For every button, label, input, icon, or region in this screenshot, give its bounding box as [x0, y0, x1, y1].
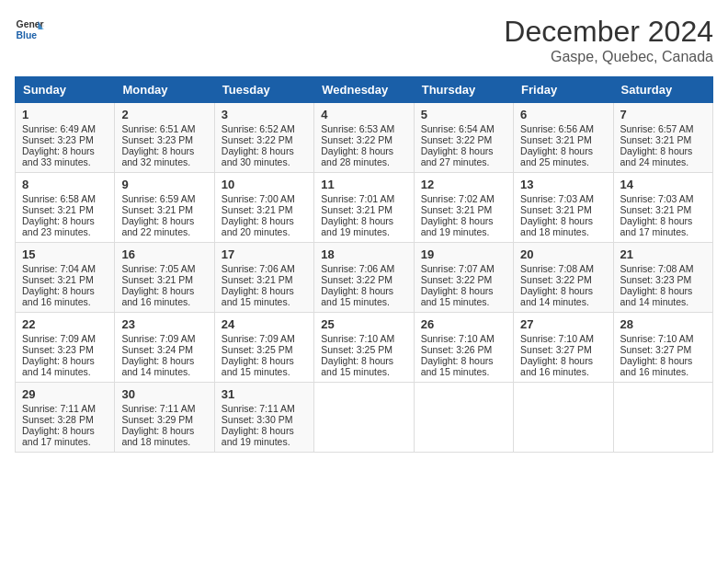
col-saturday: Saturday [613, 77, 712, 103]
calendar-subtitle: Gaspe, Quebec, Canada [504, 49, 713, 65]
day-cell-empty-4-3 [314, 383, 414, 453]
day-cell-2: 2Sunrise: 6:51 AMSunset: 3:23 PMDaylight… [115, 103, 214, 173]
day-cell-4: 4Sunrise: 6:53 AMSunset: 3:22 PMDaylight… [314, 103, 414, 173]
day-cell-28: 28Sunrise: 7:10 AMSunset: 3:27 PMDayligh… [613, 313, 712, 383]
week-row-1: 1Sunrise: 6:49 AMSunset: 3:23 PMDaylight… [16, 103, 713, 173]
header: General Blue December 2024 Gaspe, Quebec… [15, 15, 713, 65]
day-cell-14: 14Sunrise: 7:03 AMSunset: 3:21 PMDayligh… [613, 173, 712, 243]
week-row-4: 22Sunrise: 7:09 AMSunset: 3:23 PMDayligh… [16, 313, 713, 383]
col-thursday: Thursday [414, 77, 513, 103]
day-cell-11: 11Sunrise: 7:01 AMSunset: 3:21 PMDayligh… [314, 173, 414, 243]
day-cell-12: 12Sunrise: 7:02 AMSunset: 3:21 PMDayligh… [414, 173, 513, 243]
day-cell-22: 22Sunrise: 7:09 AMSunset: 3:23 PMDayligh… [16, 313, 115, 383]
col-wednesday: Wednesday [314, 77, 414, 103]
title-section: December 2024 Gaspe, Quebec, Canada [504, 15, 713, 65]
header-row: Sunday Monday Tuesday Wednesday Thursday… [16, 77, 713, 103]
day-cell-10: 10Sunrise: 7:00 AMSunset: 3:21 PMDayligh… [214, 173, 313, 243]
week-row-3: 15Sunrise: 7:04 AMSunset: 3:21 PMDayligh… [16, 243, 713, 313]
day-cell-16: 16Sunrise: 7:05 AMSunset: 3:21 PMDayligh… [115, 243, 214, 313]
day-cell-1: 1Sunrise: 6:49 AMSunset: 3:23 PMDaylight… [16, 103, 115, 173]
logo: General Blue [15, 15, 44, 44]
col-friday: Friday [514, 77, 613, 103]
day-cell-15: 15Sunrise: 7:04 AMSunset: 3:21 PMDayligh… [16, 243, 115, 313]
day-cell-27: 27Sunrise: 7:10 AMSunset: 3:27 PMDayligh… [514, 313, 613, 383]
day-cell-13: 13Sunrise: 7:03 AMSunset: 3:21 PMDayligh… [514, 173, 613, 243]
day-cell-19: 19Sunrise: 7:07 AMSunset: 3:22 PMDayligh… [414, 243, 513, 313]
day-cell-empty-4-6 [613, 383, 712, 453]
calendar-title: December 2024 [504, 15, 713, 49]
day-cell-7: 7Sunrise: 6:57 AMSunset: 3:21 PMDaylight… [613, 103, 712, 173]
day-cell-5: 5Sunrise: 6:54 AMSunset: 3:22 PMDaylight… [414, 103, 513, 173]
day-cell-18: 18Sunrise: 7:06 AMSunset: 3:22 PMDayligh… [314, 243, 414, 313]
day-cell-23: 23Sunrise: 7:09 AMSunset: 3:24 PMDayligh… [115, 313, 214, 383]
day-cell-29: 29Sunrise: 7:11 AMSunset: 3:28 PMDayligh… [16, 383, 115, 453]
week-row-2: 8Sunrise: 6:58 AMSunset: 3:21 PMDaylight… [16, 173, 713, 243]
day-cell-25: 25Sunrise: 7:10 AMSunset: 3:25 PMDayligh… [314, 313, 414, 383]
week-row-5: 29Sunrise: 7:11 AMSunset: 3:28 PMDayligh… [16, 383, 713, 453]
day-cell-20: 20Sunrise: 7:08 AMSunset: 3:22 PMDayligh… [514, 243, 613, 313]
day-cell-30: 30Sunrise: 7:11 AMSunset: 3:29 PMDayligh… [115, 383, 214, 453]
day-cell-21: 21Sunrise: 7:08 AMSunset: 3:23 PMDayligh… [613, 243, 712, 313]
svg-text:Blue: Blue [17, 30, 38, 40]
day-cell-9: 9Sunrise: 6:59 AMSunset: 3:21 PMDaylight… [115, 173, 214, 243]
day-cell-31: 31Sunrise: 7:11 AMSunset: 3:30 PMDayligh… [214, 383, 313, 453]
col-monday: Monday [115, 77, 214, 103]
calendar-table: Sunday Monday Tuesday Wednesday Thursday… [15, 76, 713, 453]
day-cell-3: 3Sunrise: 6:52 AMSunset: 3:22 PMDaylight… [214, 103, 313, 173]
col-tuesday: Tuesday [214, 77, 313, 103]
day-cell-empty-4-5 [514, 383, 613, 453]
col-sunday: Sunday [16, 77, 115, 103]
day-cell-26: 26Sunrise: 7:10 AMSunset: 3:26 PMDayligh… [414, 313, 513, 383]
day-cell-6: 6Sunrise: 6:56 AMSunset: 3:21 PMDaylight… [514, 103, 613, 173]
day-cell-17: 17Sunrise: 7:06 AMSunset: 3:21 PMDayligh… [214, 243, 313, 313]
day-cell-24: 24Sunrise: 7:09 AMSunset: 3:25 PMDayligh… [214, 313, 313, 383]
day-cell-8: 8Sunrise: 6:58 AMSunset: 3:21 PMDaylight… [16, 173, 115, 243]
day-cell-empty-4-4 [414, 383, 513, 453]
logo-icon: General Blue [15, 15, 44, 44]
